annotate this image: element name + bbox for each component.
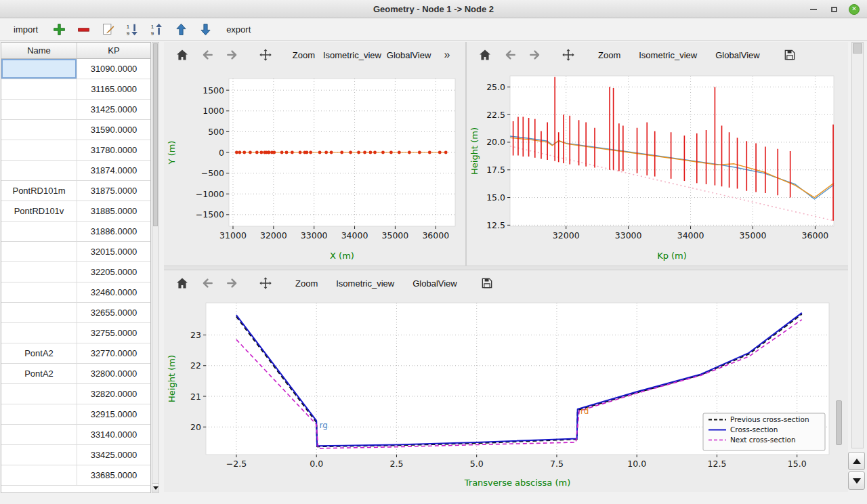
name-cell[interactable] [1, 445, 77, 465]
forward-button[interactable] [525, 45, 545, 65]
pan-button[interactable] [558, 45, 578, 65]
table-row[interactable]: 33685.0000 [1, 465, 150, 486]
isometric-view-button[interactable]: Isometric_view [324, 45, 381, 65]
global-view-button[interactable]: GlobalView [709, 45, 767, 65]
add-row-button[interactable] [50, 20, 68, 38]
name-cell[interactable] [1, 465, 77, 485]
scroll-up-button[interactable] [848, 452, 865, 470]
forward-button[interactable] [222, 273, 242, 293]
name-cell[interactable] [1, 120, 77, 140]
table-row[interactable]: 32755.0000 [1, 323, 150, 343]
global-view-button[interactable]: GlobalView [385, 45, 432, 65]
zoom-button[interactable]: Zoom [591, 45, 627, 65]
table-scrollbar-thumb[interactable] [153, 43, 158, 226]
toolbar-overflow-button[interactable]: » [437, 45, 457, 65]
column-header-name[interactable]: Name [1, 43, 77, 58]
kp-cell[interactable]: 32015.0000 [77, 242, 150, 261]
zoom-button[interactable]: Zoom [289, 273, 324, 293]
move-up-button[interactable] [172, 20, 190, 38]
export-button[interactable]: export [221, 20, 256, 38]
isometric-view-button[interactable]: Isometric_view [329, 273, 401, 293]
table-row[interactable]: 32820.0000 [1, 384, 150, 404]
table-row[interactable]: 32205.0000 [1, 262, 150, 282]
table-row[interactable]: 31090.0000 [1, 59, 150, 79]
plot-scrollbar-thumb[interactable] [836, 400, 842, 445]
back-button[interactable] [197, 45, 217, 65]
table-row[interactable]: 31780.0000 [1, 140, 150, 161]
name-cell[interactable] [1, 100, 77, 119]
table-scrollbar[interactable] [152, 42, 159, 493]
remove-row-button[interactable] [75, 20, 92, 38]
pan-button[interactable] [255, 273, 276, 293]
kp-cell[interactable]: 31165.0000 [77, 79, 150, 99]
forward-button[interactable] [222, 45, 242, 65]
plan-view-chart[interactable]: 310003200033000340003500036000−1500−1000… [164, 68, 465, 263]
table-row[interactable]: 31886.0000 [1, 222, 150, 242]
table-row[interactable]: PontRD101m31875.0000 [1, 181, 150, 201]
scroll-down-button[interactable] [848, 471, 865, 490]
kp-cell[interactable]: 32205.0000 [77, 262, 150, 282]
table-row[interactable]: 31874.0000 [1, 161, 150, 181]
table-row[interactable]: 32015.0000 [1, 242, 150, 262]
name-cell[interactable] [1, 79, 77, 99]
name-cell[interactable] [1, 140, 77, 160]
kp-cell[interactable]: 32915.0000 [77, 404, 150, 424]
kp-cell[interactable]: 32770.0000 [77, 343, 150, 363]
name-cell[interactable] [1, 282, 77, 302]
table-row[interactable]: 32460.0000 [1, 282, 150, 303]
move-down-button[interactable] [196, 20, 214, 38]
cross-section-view-chart[interactable]: −2.50.02.55.07.510.012.515.020212223Tran… [164, 296, 845, 490]
name-cell[interactable] [1, 222, 77, 241]
kp-cell[interactable]: 31590.0000 [77, 120, 150, 140]
zoom-button[interactable]: Zoom [289, 45, 319, 65]
name-cell[interactable] [1, 242, 77, 261]
global-view-button[interactable]: GlobalView [406, 273, 464, 293]
name-cell[interactable] [1, 323, 77, 343]
name-cell[interactable] [1, 59, 77, 79]
kp-cell[interactable]: 31780.0000 [77, 140, 150, 160]
table-row[interactable]: 33140.0000 [1, 425, 150, 445]
kp-cell[interactable]: 32655.0000 [77, 303, 150, 322]
kp-cell[interactable]: 33685.0000 [77, 465, 150, 485]
kp-cell[interactable]: 33140.0000 [77, 425, 150, 444]
kp-cell[interactable]: 31090.0000 [77, 59, 150, 79]
kp-cell[interactable]: 31886.0000 [77, 222, 150, 241]
column-header-kp[interactable]: KP [77, 43, 150, 58]
name-cell[interactable] [1, 161, 77, 180]
table-row[interactable]: 31165.0000 [1, 79, 150, 100]
sort-descending-button[interactable]: 19 [123, 20, 141, 38]
name-cell[interactable]: PontA2 [1, 364, 77, 383]
edit-button[interactable] [99, 20, 117, 38]
sort-ascending-button[interactable]: 19 [148, 20, 165, 38]
table-row[interactable]: 31425.0000 [1, 100, 150, 120]
table-row[interactable]: 33425.0000 [1, 445, 150, 465]
back-button[interactable] [500, 45, 520, 65]
save-figure-button[interactable] [477, 273, 497, 293]
save-figure-button[interactable] [780, 45, 800, 65]
table-row[interactable]: PontA232770.0000 [1, 343, 150, 364]
minimize-button[interactable] [807, 3, 820, 16]
table-row[interactable]: 31590.0000 [1, 120, 150, 140]
restore-button[interactable] [828, 3, 840, 16]
kp-cell[interactable]: 31875.0000 [77, 181, 150, 201]
table-row[interactable]: PontRD101v31885.0000 [1, 201, 150, 222]
name-cell[interactable] [1, 404, 77, 424]
home-button[interactable] [172, 45, 192, 65]
kp-cell[interactable]: 32820.0000 [77, 384, 150, 404]
name-cell[interactable]: PontA2 [1, 343, 77, 363]
name-cell[interactable] [1, 303, 77, 322]
kp-cell[interactable]: 31874.0000 [77, 161, 150, 180]
kp-cell[interactable]: 31885.0000 [77, 201, 150, 221]
kp-cell[interactable]: 32460.0000 [77, 282, 150, 302]
name-cell[interactable] [1, 384, 77, 404]
kp-cell[interactable]: 33425.0000 [77, 445, 150, 465]
table-row[interactable]: PontA232800.0000 [1, 364, 150, 384]
home-button[interactable] [475, 45, 495, 65]
table-row[interactable]: 32915.0000 [1, 404, 150, 425]
table-scroll-down-button[interactable] [152, 483, 158, 492]
back-button[interactable] [197, 273, 217, 293]
isometric-view-button[interactable]: Isometric_view [632, 45, 704, 65]
window-scrollbar-thumb[interactable] [853, 43, 862, 54]
kp-cell[interactable]: 32800.0000 [77, 364, 150, 383]
pan-button[interactable] [255, 45, 276, 65]
